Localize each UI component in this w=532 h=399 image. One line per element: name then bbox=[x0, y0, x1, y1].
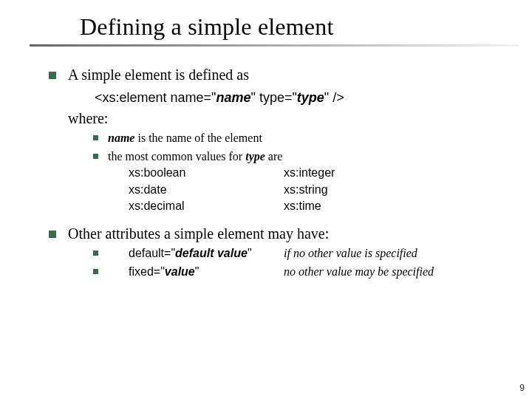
title-underline bbox=[30, 44, 519, 47]
type-cell: xs:decimal bbox=[129, 199, 284, 214]
sub-bullet-fixed: fixed="value" no other value may be spec… bbox=[92, 265, 502, 279]
page-number: 9 bbox=[519, 383, 525, 393]
r1c1-post: " bbox=[248, 247, 252, 259]
sub2-pre: the most common values for bbox=[108, 150, 245, 163]
bullet-simple-element: A simple element is defined as <xs:eleme… bbox=[47, 66, 502, 214]
slide: Defining a simple element A simple eleme… bbox=[0, 0, 532, 399]
sub2-type-ital: type bbox=[245, 150, 265, 163]
attr-default-desc: if no other value is specified bbox=[284, 246, 502, 261]
sub-bullet-type: the most common values for type are xs:b… bbox=[92, 149, 502, 214]
attr-row-fixed: fixed="value" no other value may be spec… bbox=[129, 265, 502, 279]
sub1-post: is the name of the element bbox=[134, 132, 262, 144]
attr-fixed-desc: no other value may be specified bbox=[284, 265, 502, 279]
sub-bullets-1: name is the name of the element the most… bbox=[92, 131, 502, 214]
r1c1-pre: default=" bbox=[129, 247, 175, 259]
bullet-other-attributes: Other attributes a simple element may ha… bbox=[47, 225, 502, 280]
sub-bullet-name: name is the name of the element bbox=[92, 131, 502, 146]
sub-bullet-default: default="default value" if no other valu… bbox=[92, 246, 502, 261]
bullet1-intro: A simple element is defined as bbox=[68, 66, 249, 83]
type-cell: xs:string bbox=[284, 183, 502, 197]
code-mid: " type=" bbox=[251, 90, 297, 105]
title-wrap: Defining a simple element bbox=[0, 13, 532, 41]
attr-fixed-code: fixed="value" bbox=[129, 265, 284, 279]
type-cell: xs:time bbox=[284, 199, 502, 214]
sub2-post: are bbox=[265, 150, 283, 163]
type-cell: xs:date bbox=[129, 183, 284, 197]
code-line: <xs:element name="name" type="type" /> bbox=[68, 89, 502, 106]
r2c1-pre: fixed=" bbox=[129, 265, 165, 278]
types-grid: xs:boolean xs:integer xs:date xs:string … bbox=[129, 166, 502, 214]
where-label: where: bbox=[68, 109, 502, 129]
code-name-ital: name bbox=[216, 90, 250, 105]
sub-bullets-2: default="default value" if no other valu… bbox=[92, 246, 502, 279]
slide-body: A simple element is defined as <xs:eleme… bbox=[0, 41, 532, 279]
r2c1-post: " bbox=[195, 265, 200, 278]
code-pre: <xs:element name=" bbox=[95, 90, 216, 105]
attr-default-code: default="default value" bbox=[129, 246, 284, 261]
type-cell: xs:integer bbox=[284, 166, 502, 180]
code-post: " /> bbox=[324, 90, 344, 105]
r2c1-ital: value bbox=[165, 265, 195, 278]
code-type-ital: type bbox=[297, 90, 324, 105]
attr-row-default: default="default value" if no other valu… bbox=[129, 246, 502, 261]
bullet2-intro: Other attributes a simple element may ha… bbox=[68, 225, 329, 242]
type-cell: xs:boolean bbox=[129, 166, 284, 180]
sub1-name-ital: name bbox=[108, 132, 134, 144]
slide-title: Defining a simple element bbox=[80, 13, 532, 41]
r1c1-ital: default value bbox=[175, 247, 248, 259]
